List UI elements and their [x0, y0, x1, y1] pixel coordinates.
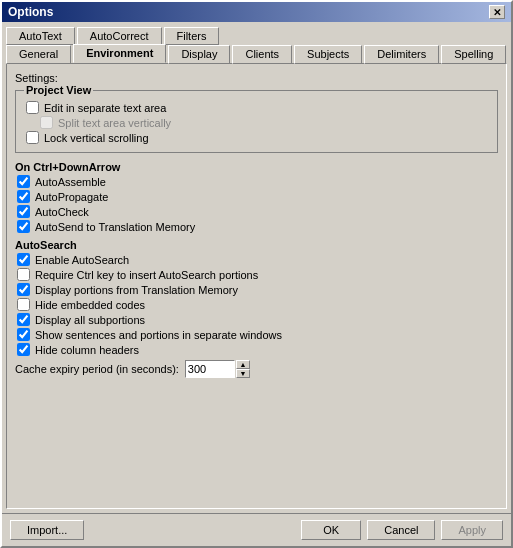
checkbox-row: Display portions from Translation Memory: [15, 283, 498, 296]
autosend-checkbox[interactable]: [17, 220, 30, 233]
bottom-bar: Import... OK Cancel Apply: [2, 513, 511, 546]
lock-scroll-label: Lock vertical scrolling: [44, 132, 149, 144]
require-ctrl-label: Require Ctrl key to insert AutoSearch po…: [35, 269, 258, 281]
lock-scroll-checkbox[interactable]: [26, 131, 39, 144]
options-dialog: Options ✕ AutoText AutoCorrect Filters G…: [0, 0, 513, 548]
spinner-buttons: ▲ ▼: [236, 360, 250, 378]
cache-input[interactable]: [185, 360, 235, 378]
autosearch-section-header: AutoSearch: [15, 239, 498, 251]
spin-up-button[interactable]: ▲: [236, 360, 250, 369]
split-text-label: Split text area vertically: [58, 117, 171, 129]
tab-autotext[interactable]: AutoText: [6, 27, 75, 45]
tab-subjects[interactable]: Subjects: [294, 45, 362, 64]
checkbox-row: Show sentences and portions in separate …: [15, 328, 498, 341]
autoassemble-label: AutoAssemble: [35, 176, 106, 188]
tab-autocorrect[interactable]: AutoCorrect: [77, 27, 162, 45]
require-ctrl-checkbox[interactable]: [17, 268, 30, 281]
hide-column-label: Hide column headers: [35, 344, 139, 356]
action-buttons: OK Cancel Apply: [301, 520, 503, 540]
checkbox-row: AutoAssemble: [15, 175, 498, 188]
import-button[interactable]: Import...: [10, 520, 84, 540]
tab-general[interactable]: General: [6, 45, 71, 64]
autocheck-label: AutoCheck: [35, 206, 89, 218]
cache-label: Cache expiry period (in seconds):: [15, 363, 179, 375]
checkbox-row: Display all subportions: [15, 313, 498, 326]
ok-button[interactable]: OK: [301, 520, 361, 540]
enable-autosearch-label: Enable AutoSearch: [35, 254, 129, 266]
hide-column-checkbox[interactable]: [17, 343, 30, 356]
tab-display[interactable]: Display: [168, 45, 230, 64]
tab-clients[interactable]: Clients: [232, 45, 292, 64]
display-all-checkbox[interactable]: [17, 313, 30, 326]
tab-delimiters[interactable]: Delimiters: [364, 45, 439, 64]
show-sentences-checkbox[interactable]: [17, 328, 30, 341]
display-portions-label: Display portions from Translation Memory: [35, 284, 238, 296]
edit-separate-checkbox[interactable]: [26, 101, 39, 114]
tab-row-1: AutoText AutoCorrect Filters: [2, 22, 511, 44]
checkbox-row: Split text area vertically: [24, 116, 489, 129]
edit-separate-label: Edit in separate text area: [44, 102, 166, 114]
autopropagate-label: AutoPropagate: [35, 191, 108, 203]
split-text-checkbox[interactable]: [40, 116, 53, 129]
checkbox-row: AutoSend to Translation Memory: [15, 220, 498, 233]
window-title: Options: [8, 5, 53, 19]
checkbox-row: AutoPropagate: [15, 190, 498, 203]
hide-embedded-label: Hide embedded codes: [35, 299, 145, 311]
ctrl-section-header: On Ctrl+DownArrow: [15, 161, 498, 173]
project-view-title: Project View: [24, 84, 93, 96]
content-area: Settings: Project View Edit in separate …: [6, 63, 507, 509]
checkbox-row: Hide embedded codes: [15, 298, 498, 311]
autopropagate-checkbox[interactable]: [17, 190, 30, 203]
tab-spelling[interactable]: Spelling: [441, 45, 506, 64]
checkbox-row: Require Ctrl key to insert AutoSearch po…: [15, 268, 498, 281]
display-all-label: Display all subportions: [35, 314, 145, 326]
tab-row-2: General Environment Display Clients Subj…: [2, 44, 511, 63]
tab-filters[interactable]: Filters: [164, 27, 220, 45]
spin-down-button[interactable]: ▼: [236, 369, 250, 378]
enable-autosearch-checkbox[interactable]: [17, 253, 30, 266]
hide-embedded-checkbox[interactable]: [17, 298, 30, 311]
autocheck-checkbox[interactable]: [17, 205, 30, 218]
checkbox-row: Enable AutoSearch: [15, 253, 498, 266]
checkbox-row: Lock vertical scrolling: [24, 131, 489, 144]
cancel-button[interactable]: Cancel: [367, 520, 435, 540]
project-view-group: Project View Edit in separate text area …: [15, 90, 498, 153]
autoassemble-checkbox[interactable]: [17, 175, 30, 188]
apply-button[interactable]: Apply: [441, 520, 503, 540]
tab-environment[interactable]: Environment: [73, 44, 166, 63]
autosend-label: AutoSend to Translation Memory: [35, 221, 195, 233]
show-sentences-label: Show sentences and portions in separate …: [35, 329, 282, 341]
title-bar: Options ✕: [2, 2, 511, 22]
checkbox-row: AutoCheck: [15, 205, 498, 218]
close-button[interactable]: ✕: [489, 5, 505, 19]
checkbox-row: Edit in separate text area: [24, 101, 489, 114]
display-portions-checkbox[interactable]: [17, 283, 30, 296]
settings-label: Settings:: [15, 72, 498, 84]
spinner-row: Cache expiry period (in seconds): ▲ ▼: [15, 360, 498, 378]
checkbox-row: Hide column headers: [15, 343, 498, 356]
